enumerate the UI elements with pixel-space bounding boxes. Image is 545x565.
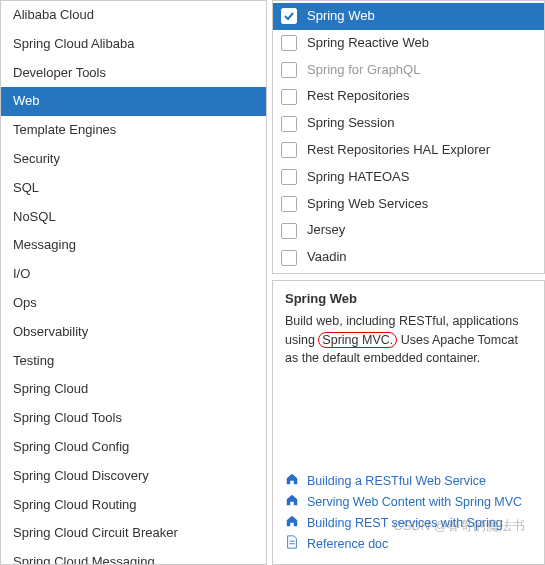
category-item[interactable]: Developer Tools [1, 59, 266, 88]
link-label: Serving Web Content with Spring MVC [307, 495, 522, 509]
dependency-item[interactable]: Rest Repositories [273, 83, 544, 110]
home-icon [285, 472, 307, 489]
reference-link[interactable]: Building a RESTful Web Service [285, 470, 532, 491]
checkbox-icon[interactable] [281, 35, 297, 51]
dependency-label: Jersey [307, 220, 345, 241]
checkbox-icon[interactable] [281, 169, 297, 185]
checkbox-icon[interactable] [281, 89, 297, 105]
checkbox-icon[interactable] [281, 250, 297, 266]
checkbox-icon[interactable] [281, 116, 297, 132]
category-item[interactable]: Web [1, 87, 266, 116]
detail-title: Spring Web [285, 291, 532, 306]
dependency-item[interactable]: Spring Web [273, 3, 544, 30]
dependency-item[interactable]: Spring Reactive Web [273, 30, 544, 57]
dependency-item[interactable]: Spring HATEOAS [273, 164, 544, 191]
category-item[interactable]: Template Engines [1, 116, 266, 145]
category-item[interactable]: Testing [1, 347, 266, 376]
category-item[interactable]: Spring Cloud Alibaba [1, 30, 266, 59]
detail-description: Build web, including RESTful, applicatio… [285, 312, 532, 368]
dependency-label: Rest Repositories HAL Explorer [307, 140, 490, 161]
dependency-item[interactable]: Spring for GraphQL [273, 57, 544, 84]
dependency-item[interactable]: Spring Web Services [273, 191, 544, 218]
dependency-label: Spring Web [307, 6, 375, 27]
right-panel: Spring WebSpring Reactive WebSpring for … [272, 0, 545, 565]
detail-panel: Spring Web Build web, including RESTful,… [272, 280, 545, 565]
doc-icon [285, 535, 307, 552]
checkbox-icon[interactable] [281, 196, 297, 212]
checkbox-icon[interactable] [281, 223, 297, 239]
reference-link[interactable]: Reference doc [285, 533, 532, 554]
reference-link[interactable]: Serving Web Content with Spring MVC [285, 491, 532, 512]
category-item[interactable]: Messaging [1, 231, 266, 260]
dependency-label: Spring HATEOAS [307, 167, 409, 188]
dependency-item[interactable]: Rest Repositories HAL Explorer [273, 137, 544, 164]
dependency-label: Rest Repositories [307, 86, 410, 107]
category-item[interactable]: NoSQL [1, 203, 266, 232]
category-item[interactable]: Spring Cloud Messaging [1, 548, 266, 565]
category-item[interactable]: Spring Cloud Routing [1, 491, 266, 520]
category-item[interactable]: Spring Cloud Tools [1, 404, 266, 433]
dependency-label: Spring Web Services [307, 194, 428, 215]
link-label: Reference doc [307, 537, 388, 551]
checkbox-icon[interactable] [281, 142, 297, 158]
dependency-label: Vaadin [307, 247, 347, 268]
checkbox-icon[interactable] [281, 62, 297, 78]
link-label: Building REST services with Spring [307, 516, 503, 530]
category-item[interactable]: Ops [1, 289, 266, 318]
category-item[interactable]: Alibaba Cloud [1, 1, 266, 30]
link-label: Building a RESTful Web Service [307, 474, 486, 488]
category-item[interactable]: Spring Cloud [1, 375, 266, 404]
category-item[interactable]: I/O [1, 260, 266, 289]
dependency-item[interactable]: Jersey [273, 217, 544, 244]
category-item[interactable]: Security [1, 145, 266, 174]
category-item[interactable]: Observability [1, 318, 266, 347]
category-item[interactable]: Spring Cloud Circuit Breaker [1, 519, 266, 548]
dependency-label: Spring Reactive Web [307, 33, 429, 54]
dependency-item[interactable]: Spring Session [273, 110, 544, 137]
checkbox-icon[interactable] [281, 8, 297, 24]
dependency-label: Spring for GraphQL [307, 60, 420, 81]
category-list[interactable]: Alibaba CloudSpring Cloud AlibabaDevelop… [0, 0, 267, 565]
dependency-label: Spring Session [307, 113, 394, 134]
reference-links: Building a RESTful Web ServiceServing We… [285, 470, 532, 554]
category-item[interactable]: SQL [1, 174, 266, 203]
dependency-item[interactable]: Vaadin [273, 244, 544, 271]
dependency-list[interactable]: Spring WebSpring Reactive WebSpring for … [272, 0, 545, 274]
home-icon [285, 493, 307, 510]
reference-link[interactable]: Building REST services with Spring [285, 512, 532, 533]
category-item[interactable]: Spring Cloud Discovery [1, 462, 266, 491]
highlight-spring-mvc: Spring MVC. [318, 332, 397, 348]
category-item[interactable]: Spring Cloud Config [1, 433, 266, 462]
home-icon [285, 514, 307, 531]
